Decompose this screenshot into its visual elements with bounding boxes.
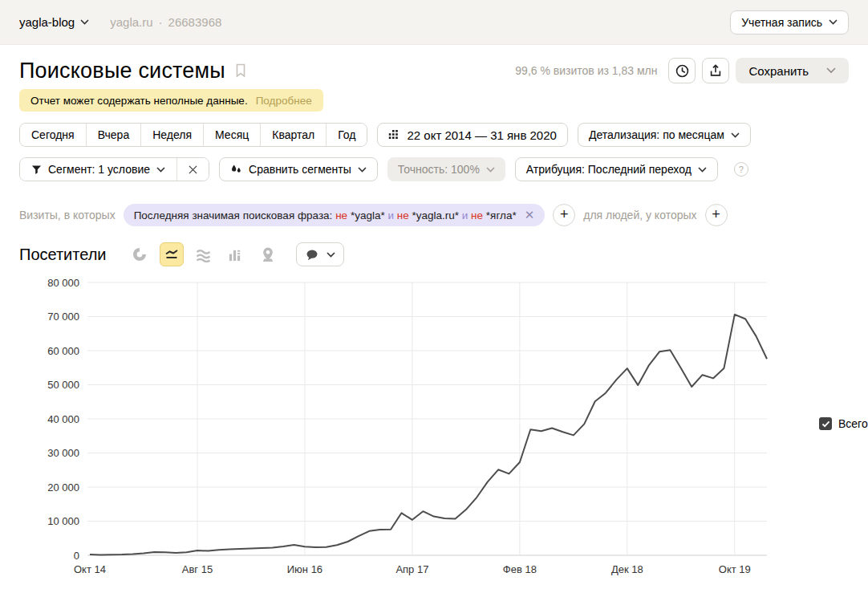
visitors-line-chart[interactable]: 010 00020 00030 00040 00050 00060 00070 … — [31, 274, 793, 587]
metric-row: Посетители — [19, 242, 849, 267]
segment-clear-button[interactable] — [176, 158, 209, 181]
attribution-button[interactable]: Атрибуция: Последний переход — [515, 157, 718, 181]
x-tick-label: Авг 15 — [182, 563, 213, 575]
filter-pill-part: *yagla.ru* — [412, 209, 459, 221]
controls-row: Сегмент: 1 условие Сравнить сегменты Точ… — [19, 157, 849, 181]
y-tick-label: 30 000 — [47, 447, 79, 459]
visits-filter-label: Визиты, в которых — [19, 209, 116, 221]
help-icon[interactable]: ? — [734, 162, 748, 177]
y-tick-label: 0 — [74, 550, 79, 562]
calendar-grid-icon — [388, 129, 400, 141]
save-button[interactable]: Сохранить — [736, 58, 849, 83]
chevron-down-icon — [731, 132, 740, 138]
y-tick-label: 80 000 — [47, 277, 79, 289]
y-tick-label: 70 000 — [47, 311, 79, 323]
detalization-button[interactable]: Детализация: по месяцам — [578, 123, 751, 147]
chevron-down-icon — [327, 252, 335, 258]
attribution-label: Атрибуция: Последний переход — [526, 163, 692, 176]
x-tick-label: Дек 18 — [611, 563, 643, 575]
add-visit-condition-button[interactable]: + — [553, 204, 575, 226]
date-range-button[interactable]: 22 окт 2014 — 31 янв 2020 — [377, 123, 567, 147]
compare-segments-label: Сравнить сегменты — [249, 163, 351, 176]
area-chart-type-button[interactable] — [192, 242, 216, 266]
period-preset-button[interactable]: Месяц — [203, 124, 260, 146]
map-chart-type-button[interactable] — [256, 242, 280, 266]
line-chart-type-button[interactable] — [160, 242, 184, 266]
compare-segments-button[interactable]: Сравнить сегменты — [219, 157, 378, 181]
stacked-area-icon — [195, 246, 212, 262]
x-tick-label: Окт 14 — [74, 563, 106, 575]
counter-name: yagla-blog — [19, 15, 75, 29]
detalization-label: Детализация: по месяцам — [589, 128, 724, 141]
export-button[interactable] — [702, 58, 729, 83]
y-tick-label: 50 000 — [47, 379, 79, 391]
banner-more-link[interactable]: Подробнее — [256, 95, 312, 107]
comments-button[interactable] — [296, 242, 344, 266]
segment-group: Сегмент: 1 условие — [19, 157, 209, 181]
incomplete-data-banner: Отчет может содержать неполные данные. П… — [19, 89, 323, 112]
column-chart-type-button[interactable] — [224, 242, 248, 266]
filter-pill-part: не — [397, 209, 409, 221]
segment-button[interactable]: Сегмент: 1 условие — [20, 158, 176, 181]
chevron-down-icon — [80, 19, 89, 25]
visitors-chart-area: 010 00020 00030 00040 00050 00060 00070 … — [19, 274, 849, 587]
segment-button-label: Сегмент: 1 условие — [48, 163, 150, 176]
columns-icon — [228, 247, 243, 262]
counter-id: 26683968 — [168, 15, 222, 29]
period-preset-button[interactable]: Сегодня — [20, 124, 86, 146]
check-icon — [821, 420, 830, 428]
droplets-icon — [230, 164, 242, 176]
page-title: Поисковые системы — [19, 59, 225, 83]
title-row: Поисковые системы 99,6 % визитов из 1,83… — [19, 56, 849, 85]
filter-row: Визиты, в которых Последняя значимая пои… — [19, 204, 849, 226]
banner-text: Отчет может содержать неполные данные. — [30, 95, 248, 107]
accuracy-button[interactable]: Точность: 100% — [387, 157, 505, 181]
period-row: СегодняВчераНеделяМесяцКварталГод 22 окт… — [19, 123, 849, 147]
filter-pill-text: Последняя значимая поисковая фраза: не *… — [134, 209, 517, 221]
pie-chart-type-button[interactable] — [128, 242, 152, 266]
line-chart-icon — [164, 246, 180, 262]
export-icon — [708, 63, 723, 78]
remove-filter-icon[interactable]: ✕ — [525, 208, 535, 222]
x-tick-label: Окт 19 — [719, 563, 751, 575]
period-preset-button[interactable]: Неделя — [140, 124, 203, 146]
x-tick-label: Июн 16 — [287, 563, 322, 575]
chart-legend: Всего — [819, 417, 868, 430]
period-preset-button[interactable]: Вчера — [86, 124, 141, 146]
close-icon — [189, 165, 197, 174]
chevron-down-icon — [156, 167, 165, 173]
add-people-condition-button[interactable]: + — [705, 204, 728, 226]
site-domain: yagla.ru — [110, 15, 152, 29]
people-filter-label: для людей, у которых — [583, 209, 696, 221]
period-preset-button[interactable]: Год — [326, 124, 367, 146]
filter-pill-part: Последняя значимая поисковая фраза: — [134, 209, 333, 221]
chevron-down-icon — [829, 19, 838, 25]
bookmark-icon[interactable] — [235, 63, 246, 78]
chevron-down-icon — [826, 67, 836, 74]
y-tick-label: 40 000 — [47, 413, 79, 425]
site-info: yagla.ru · 26683968 — [110, 15, 221, 29]
legend-total-checkbox[interactable] — [819, 417, 832, 430]
funnel-icon — [31, 164, 42, 175]
period-preset-button[interactable]: Квартал — [260, 124, 326, 146]
chevron-down-icon — [358, 167, 367, 173]
counter-switcher[interactable]: yagla-blog — [19, 15, 89, 29]
legend-total-label: Всего — [838, 417, 868, 430]
map-pin-icon — [261, 246, 275, 262]
account-button[interactable]: Учетная запись — [730, 10, 849, 35]
search-phrase-filter-pill[interactable]: Последняя значимая поисковая фраза: не *… — [124, 204, 546, 226]
history-button[interactable] — [668, 58, 696, 83]
filter-pill-part: *yagla* — [351, 209, 385, 221]
sample-note: 99,6 % визитов из 1,83 млн — [515, 64, 657, 77]
chevron-down-icon — [486, 167, 495, 173]
filter-pill-part: не — [471, 209, 483, 221]
account-button-label: Учетная запись — [741, 16, 822, 29]
clock-icon — [675, 63, 690, 79]
topbar: yagla-blog yagla.ru · 26683968 Учетная з… — [0, 0, 868, 45]
y-tick-label: 60 000 — [47, 345, 79, 357]
filter-pill-part: и — [387, 209, 394, 221]
filter-pill-part: и — [462, 209, 468, 221]
accuracy-label: Точность: 100% — [398, 163, 480, 176]
filter-pill-part: *ягла* — [486, 209, 517, 221]
date-range-label: 22 окт 2014 — 31 янв 2020 — [407, 128, 556, 142]
